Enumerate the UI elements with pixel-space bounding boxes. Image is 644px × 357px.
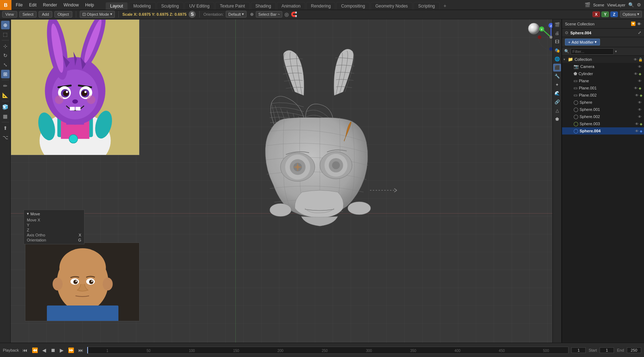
select-tool[interactable]: ⬚ <box>1 30 10 39</box>
stop-btn[interactable]: ⏹ <box>50 347 56 354</box>
data-props-btn[interactable]: △ <box>553 107 561 114</box>
step-forward-btn[interactable]: ⏩ <box>67 347 75 354</box>
play-back-btn[interactable]: ◀ <box>42 347 47 354</box>
tree-item-sphere[interactable]: ◯ Sphere 👁 <box>562 99 644 106</box>
rotate-tool[interactable]: ↻ <box>1 51 10 60</box>
measure-tool[interactable]: 📐 <box>1 91 10 99</box>
search-icon[interactable]: 🔍 <box>628 2 634 8</box>
modifier-expand-icon[interactable]: ⤢ <box>638 30 641 35</box>
view-menu[interactable]: View <box>2 11 17 18</box>
tree-item-plane002[interactable]: ▭ Plane.002 👁 ◈ <box>562 92 644 99</box>
output-props-btn[interactable]: 🖨 <box>553 29 561 37</box>
tree-item-sphere001[interactable]: ◯ Sphere.001 👁 <box>562 106 644 113</box>
world-props-btn[interactable]: 🌐 <box>553 55 561 63</box>
eye-icon-sphere002[interactable]: 👁 <box>638 115 641 119</box>
viewlayer-dropdown[interactable]: ViewLayer <box>607 3 625 7</box>
settings-icon[interactable]: ⚙ <box>637 2 641 8</box>
shade-icon-sphere004[interactable]: ◈ <box>640 129 643 133</box>
bevel-tool[interactable]: ⌥ <box>1 133 10 142</box>
shade-icon-plane001[interactable]: ◈ <box>639 86 641 90</box>
eye-icon-plane[interactable]: 👁 <box>638 79 641 83</box>
shade-icon-plane002[interactable]: ◈ <box>640 93 643 97</box>
menu-edit[interactable]: Edit <box>26 2 39 8</box>
modifier-props-btn[interactable]: 🔧 <box>553 72 561 80</box>
menu-render[interactable]: Render <box>40 2 60 8</box>
panel-collapse-icon[interactable]: ▾ <box>27 211 29 216</box>
tab-layout[interactable]: Layout <box>106 2 128 10</box>
extrude-tool[interactable]: ⬆ <box>1 124 10 132</box>
constraints-props-btn[interactable]: 🔗 <box>553 98 561 106</box>
gizmo-icon[interactable]: ⊕ <box>250 12 254 17</box>
tab-texture-paint[interactable]: Texture Paint <box>215 2 250 10</box>
tree-item-plane001[interactable]: ▭ Plane.001 👁 ◈ <box>562 84 644 92</box>
filter-icon[interactable]: 🔽 <box>631 21 636 26</box>
eye-icon-sphere004[interactable]: 👁 <box>635 129 639 133</box>
tab-uv-editing[interactable]: UV Editing <box>185 2 214 10</box>
eye-icon-plane002[interactable]: 👁 <box>635 93 639 97</box>
select-menu[interactable]: Select <box>19 11 37 18</box>
eye-icon-camera[interactable]: 👁 <box>638 65 641 69</box>
eye-icon-cylinder[interactable]: 👁 <box>634 72 638 76</box>
y-axis-btn[interactable]: Y <box>601 11 609 17</box>
tab-rendering[interactable]: Rendering <box>306 2 335 10</box>
tab-geometry-nodes[interactable]: Geometry Nodes <box>371 2 413 10</box>
proportional-icon[interactable]: ◎ <box>284 11 289 17</box>
tree-item-sphere003[interactable]: ◯ Sphere.003 👁 ◈ <box>562 120 644 127</box>
scene-search-input[interactable] <box>571 48 614 55</box>
restrict-icon-collection[interactable]: 🔒 <box>638 58 643 62</box>
render-props-btn[interactable]: 🎬 <box>553 21 561 29</box>
s-shortcut[interactable]: S <box>189 11 196 18</box>
view-layer-props-btn[interactable]: 🎞 <box>553 38 561 46</box>
shade-icon-sphere003[interactable]: ◈ <box>640 122 643 126</box>
viewport-3d[interactable]: User Perspective (1) Sphere.004 Objects … <box>11 19 572 343</box>
add-modifier-btn[interactable]: + Add Modifier ▾ <box>565 39 600 45</box>
filter-dropdown-sc[interactable]: ▾ <box>615 49 617 53</box>
end-frame-input[interactable] <box>627 347 641 353</box>
tab-compositing[interactable]: Compositing <box>336 2 370 10</box>
menu-file[interactable]: File <box>13 2 25 8</box>
timeline-scrubber[interactable]: 1 50 100 150 200 250 300 350 400 450 500 <box>87 347 569 354</box>
physics-props-btn[interactable]: 🌊 <box>553 89 561 97</box>
menu-help[interactable]: Help <box>82 2 97 8</box>
eye-icon-sphere001[interactable]: 👁 <box>638 108 641 112</box>
object-props-btn[interactable]: ⬛ <box>553 64 561 72</box>
eye-icon-collection[interactable]: 👁 <box>634 58 637 62</box>
object-menu[interactable]: Object <box>54 11 72 18</box>
current-frame-input[interactable] <box>571 347 586 353</box>
snap-icon[interactable]: 🧲 <box>291 11 297 17</box>
eye-icon-sphere003[interactable]: 👁 <box>635 122 639 126</box>
tree-scene-collection[interactable]: ▾ 📁 Collection 👁 🔒 <box>562 56 644 63</box>
tab-add[interactable]: + <box>441 2 449 10</box>
cube-add-tool[interactable]: 🧊 <box>1 103 10 111</box>
step-back-btn[interactable]: ⏪ <box>31 347 39 354</box>
tab-shading[interactable]: Shading <box>251 2 276 10</box>
tree-item-sphere004[interactable]: ◯ Sphere.004 👁 ◈ <box>562 127 644 135</box>
cursor-tool[interactable]: ⊕ <box>1 21 10 29</box>
jump-start-btn[interactable]: ⏮ <box>22 347 28 354</box>
annotate-tool[interactable]: ✏ <box>1 82 10 90</box>
move-tool[interactable]: ⊹ <box>1 42 10 50</box>
x-axis-btn[interactable]: X <box>592 11 600 17</box>
tree-item-cylinder[interactable]: ⬟ Cylinder 👁 ◈ <box>562 70 644 77</box>
eye-icon-sphere[interactable]: 👁 <box>638 101 641 104</box>
start-frame-input[interactable] <box>600 347 614 353</box>
tab-modeling[interactable]: Modeling <box>129 2 156 10</box>
scale-tool[interactable]: ⤡ <box>1 60 10 69</box>
tab-scripting[interactable]: Scripting <box>414 2 440 10</box>
particles-props-btn[interactable]: ✦ <box>553 81 561 89</box>
mode-dropdown[interactable]: ⊡ Object Mode ▾ <box>80 11 115 18</box>
options-dropdown[interactable]: Options ▾ <box>620 11 642 18</box>
add-menu[interactable]: Add <box>39 11 52 18</box>
tab-sculpting[interactable]: Sculpting <box>157 2 184 10</box>
scene-dropdown[interactable]: Scene <box>593 3 604 7</box>
tab-animation[interactable]: Animation <box>277 2 305 10</box>
hide-all-icon[interactable]: 👁 <box>637 22 641 26</box>
z-axis-btn[interactable]: Z <box>610 11 618 17</box>
select-bar-dropdown[interactable]: Select Bar ~ <box>256 11 282 18</box>
orientation-dropdown[interactable]: Default ▾ <box>226 11 247 18</box>
material-props-btn[interactable]: ⬟ <box>553 115 561 123</box>
scene-props-btn[interactable]: 🎭 <box>553 47 561 54</box>
play-btn[interactable]: ▶ <box>59 347 64 354</box>
tree-item-plane[interactable]: ▭ Plane 👁 <box>562 77 644 84</box>
transform-tool[interactable]: ⊞ <box>1 70 10 78</box>
